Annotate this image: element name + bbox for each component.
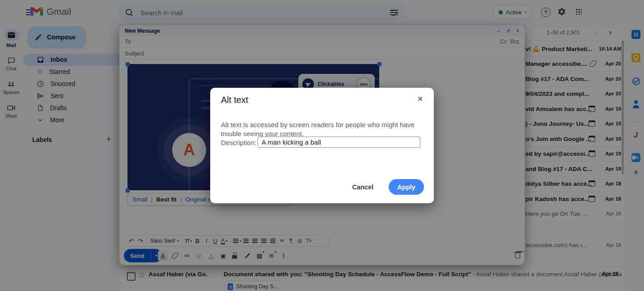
dialog-title: Alt text	[221, 95, 248, 105]
alt-text-input[interactable]	[258, 137, 420, 148]
cancel-button[interactable]: Cancel	[349, 183, 376, 191]
alt-text-dialog: Alt text × Alt text is accessed by scree…	[210, 88, 434, 203]
dialog-description: Alt text is accessed by screen readers f…	[221, 120, 418, 138]
close-icon[interactable]: ×	[417, 94, 423, 104]
apply-button[interactable]: Apply	[389, 179, 424, 195]
description-label: Description:	[221, 139, 256, 146]
gmail-app: Gmail Active ▾ ? Mail Chat Spaces Meet C…	[0, 0, 644, 291]
